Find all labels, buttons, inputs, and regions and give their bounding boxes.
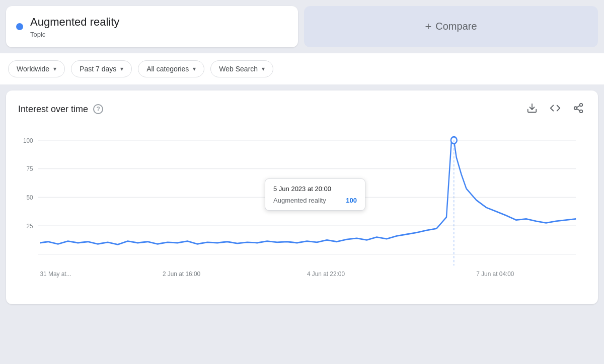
svg-text:25: 25: [26, 221, 33, 229]
search-type-filter[interactable]: Web Search ▾: [210, 60, 273, 77]
search-type: Topic: [30, 31, 119, 38]
svg-text:31 May at...: 31 May at...: [40, 269, 71, 278]
svg-text:100: 100: [23, 136, 33, 144]
category-filter[interactable]: All categories ▾: [138, 60, 204, 77]
chart-title-group: Interest over time ?: [18, 104, 103, 115]
svg-text:7 Jun at 04:00: 7 Jun at 04:00: [476, 269, 514, 278]
embed-icon[interactable]: [548, 101, 563, 118]
location-filter-label: Worldwide: [17, 65, 49, 73]
search-card-text: Augmented reality Topic: [30, 15, 119, 38]
category-chevron-icon: ▾: [193, 65, 196, 72]
compare-plus-icon: +: [425, 20, 431, 33]
chart-actions: [524, 101, 586, 118]
main-content: Interest over time ?: [0, 84, 604, 310]
svg-text:50: 50: [26, 193, 33, 201]
download-icon[interactable]: [524, 101, 540, 118]
svg-text:4 Jun at 22:00: 4 Jun at 22:00: [307, 269, 345, 278]
compare-card[interactable]: + Compare: [304, 6, 598, 47]
topic-dot: [16, 23, 23, 30]
svg-text:75: 75: [26, 164, 33, 172]
chart-card: Interest over time ?: [6, 90, 598, 304]
search-type-filter-label: Web Search: [219, 65, 258, 73]
svg-line-5: [577, 106, 580, 108]
time-filter-label: Past 7 days: [80, 65, 116, 73]
time-chevron-icon: ▾: [120, 65, 123, 72]
location-filter[interactable]: Worldwide ▾: [8, 60, 65, 77]
svg-text:2 Jun at 16:00: 2 Jun at 16:00: [163, 269, 200, 278]
time-filter[interactable]: Past 7 days ▾: [71, 60, 132, 77]
chart-header: Interest over time ?: [18, 101, 586, 118]
share-icon[interactable]: [571, 101, 586, 118]
svg-line-4: [577, 109, 580, 111]
category-filter-label: All categories: [146, 65, 189, 73]
chart-svg: 100 75 50 25 31 May at... 2 Jun at 16:00…: [18, 123, 586, 294]
chart-title: Interest over time: [18, 104, 88, 115]
search-type-chevron-icon: ▾: [262, 65, 265, 72]
location-chevron-icon: ▾: [53, 65, 56, 72]
search-term: Augmented reality: [30, 15, 119, 30]
filters-bar: Worldwide ▾ Past 7 days ▾ All categories…: [0, 53, 604, 84]
help-icon[interactable]: ?: [93, 104, 103, 114]
help-label: ?: [96, 106, 100, 113]
chart-container: 100 75 50 25 31 May at... 2 Jun at 16:00…: [18, 123, 586, 294]
search-card: Augmented reality Topic: [6, 6, 298, 47]
compare-label: Compare: [435, 21, 477, 32]
top-section: Augmented reality Topic + Compare: [0, 0, 604, 53]
